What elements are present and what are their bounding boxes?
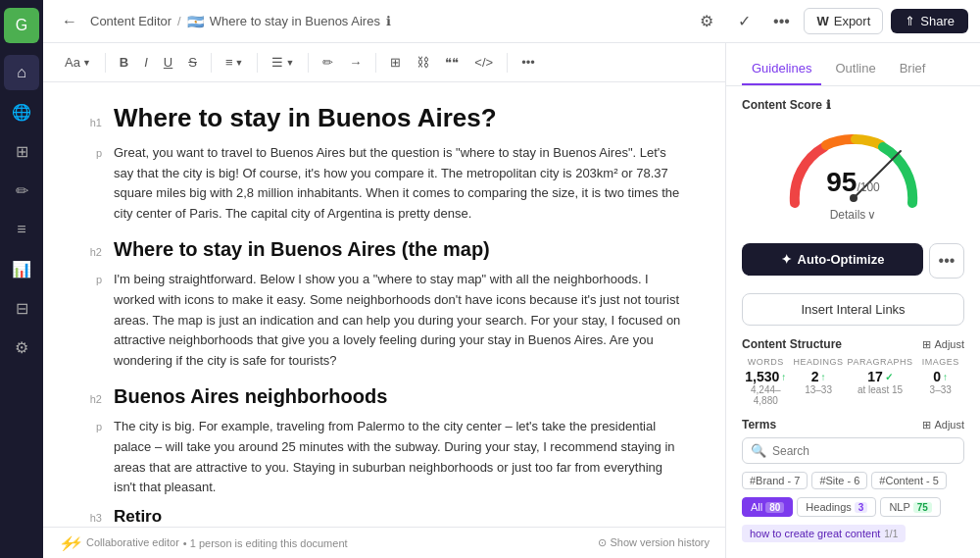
heading-2-1[interactable]: Where to stay in Buenos Aires (the map) [114,236,686,262]
tab-outline[interactable]: Outline [825,53,885,85]
share-button[interactable]: ⇑ Share [891,9,968,33]
block-label-p3: p [82,421,102,432]
cs-images: IMAGES 0 ↑ 3–33 [916,357,964,406]
paragraph-2[interactable]: I'm being straightforward. Below I show … [114,270,686,372]
search-box[interactable]: 🔍 [742,437,964,464]
highlight-button[interactable]: ✏ [317,49,339,76]
version-history[interactable]: ⊙ Show version history [598,536,710,549]
block-label-h2-1: h2 [82,246,102,258]
headings-indicator: ↑ [820,372,825,382]
heading-3[interactable]: Retiro [114,506,686,527]
panel-body: Content Score ℹ [726,86,980,558]
editor-block-h2-2: h2 Buenos Aires neighborhoods [82,380,686,409]
sidebar-item-list[interactable]: ≡ [4,212,39,247]
cs-headings: HEADINGS 2 ↑ 13–33 [794,357,844,406]
breadcrumb-info-icon: ℹ [386,14,391,28]
terms-header: Terms ⊞ Adjust [742,418,964,431]
bold-button[interactable]: B [114,49,134,76]
heading-2-2[interactable]: Buenos Aires neighborhoods [114,383,686,409]
search-icon: 🔍 [751,443,766,458]
more-toolbar-button[interactable]: ••• [515,49,541,76]
words-indicator: ↑ [781,372,786,382]
tab-guidelines[interactable]: Guidelines [742,53,821,85]
collab-text: ⚡ Collaborative editor [70,536,179,549]
check-button[interactable]: ✓ [729,7,759,36]
sidebar-item-table[interactable]: ⊟ [4,290,39,326]
terms-adjust-button[interactable]: ⊞ Adjust [922,419,964,431]
details-link[interactable]: Details ∨ [830,208,877,222]
quote-button[interactable]: ❝❝ [439,49,465,76]
details-chevron: ∨ [867,208,876,222]
indent-button[interactable]: → [343,49,368,76]
italic-button[interactable]: I [138,49,154,76]
tag-content[interactable]: #Content - 5 [871,472,947,489]
content-structure-title: Content Structure [742,337,842,351]
toolbar-separator-5 [375,53,376,73]
strikethrough-button[interactable]: S [182,49,203,76]
more-button[interactable]: ••• [766,7,796,36]
settings-button[interactable]: ⚙ [692,7,721,36]
filter-all-badge: 80 [765,502,784,513]
auto-optimize-more-button[interactable]: ••• [929,243,964,279]
keyword-count: 1/1 [884,529,898,539]
editor-block-h3: h3 Retiro [82,506,686,527]
filter-nlp[interactable]: NLP 75 [880,497,941,517]
export-button[interactable]: W Export [804,8,883,34]
tag-site[interactable]: #Site - 6 [811,472,867,489]
back-button[interactable]: ← [55,7,84,36]
score-info-icon: ℹ [826,98,831,112]
terms-title: Terms [742,418,776,431]
editing-text: • 1 person is editing this document [183,537,348,549]
left-sidebar: G ⌂ 🌐 ⊞ ✏ ≡ 📊 ⊟ ⚙ [0,0,43,558]
paragraph-1[interactable]: Great, you want to travel to Buenos Aire… [114,143,686,225]
sidebar-item-home[interactable]: ⌂ [4,55,39,90]
toolbar-separator-2 [211,53,212,73]
block-label-h3: h3 [82,512,102,524]
images-indicator: ↑ [943,372,948,382]
footer-left: ⚡ ⚡ Collaborative editor • 1 person is e… [59,535,348,551]
underline-button[interactable]: U [158,49,178,76]
sidebar-item-chart[interactable]: 📊 [4,251,39,286]
sidebar-item-grid[interactable]: ⊞ [4,133,39,169]
filter-headings[interactable]: Headings 3 [797,497,876,517]
heading-1[interactable]: Where to stay in Buenos Aires? [114,102,686,135]
breadcrumb-flag: 🇦🇷 [187,14,204,29]
toolbar-separator-4 [308,53,309,73]
list-button[interactable]: ☰ ▼ [266,49,300,76]
alignment-button[interactable]: ≡ ▼ [220,49,250,76]
auto-optimize-row: ✦ Auto-Optimize ••• [742,243,964,283]
search-input[interactable] [772,444,956,458]
editor-content[interactable]: h1 Where to stay in Buenos Aires? p Grea… [43,82,725,527]
auto-optimize-button[interactable]: ✦ Auto-Optimize [742,243,923,276]
keyword-chip: how to create great content 1/1 [742,525,906,542]
code-button[interactable]: </> [468,49,499,76]
sidebar-item-settings[interactable]: ⚙ [4,330,39,365]
font-size-button[interactable]: Aa ▼ [59,49,97,76]
score-gauge: 95/100 Details ∨ [742,120,964,231]
content-structure-header: Content Structure ⊞ Adjust [742,337,964,351]
header-actions: ⚙ ✓ ••• W Export ⇑ Share [692,7,968,36]
image-button[interactable]: ⊞ [384,49,407,76]
header: ← Content Editor / 🇦🇷 Where to stay in B… [43,0,980,43]
keyword-text: how to create great content [750,528,880,539]
tags-row: #Brand - 7 #Site - 6 #Content - 5 [742,472,964,489]
link-button[interactable]: ⛓ [411,49,435,76]
editor-footer: ⚡ ⚡ Collaborative editor • 1 person is e… [43,527,725,558]
insert-internal-links-button[interactable]: Insert Interal Links [742,293,964,326]
adjust-button[interactable]: ⊞ Adjust [922,338,964,351]
editor-block-p3: p The city is big. For example, travelin… [82,417,686,498]
filter-all[interactable]: All 80 [742,497,793,517]
sidebar-item-globe[interactable]: 🌐 [4,94,39,129]
app-logo[interactable]: G [4,8,39,43]
filter-tabs: All 80 Headings 3 NLP 75 [742,497,964,517]
paragraph-3[interactable]: The city is big. For example, traveling … [114,417,686,498]
breadcrumb-separator: / [177,14,181,28]
editor-block-p2: p I'm being straightforward. Below I sho… [82,270,686,372]
editor-toolbar: Aa ▼ B I U S ≡ ▼ ☰ ▼ ✏ [43,43,725,82]
score-title: Content Score ℹ [742,98,964,112]
right-panel: Guidelines Outline Brief Content Score ℹ [725,43,980,558]
tag-brand[interactable]: #Brand - 7 [742,472,808,489]
tab-brief[interactable]: Brief [890,53,936,85]
sidebar-item-edit[interactable]: ✏ [4,173,39,208]
wp-icon: W [816,14,828,28]
